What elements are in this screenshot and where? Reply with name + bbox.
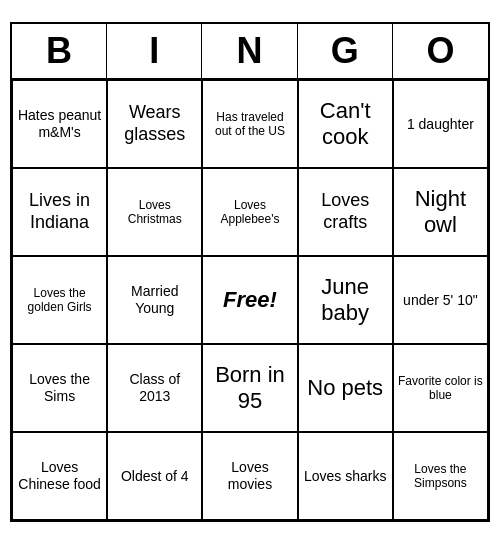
bingo-cell-15: Loves the Sims [12,344,107,432]
header-n: N [202,24,297,78]
bingo-cell-3: Can't cook [298,80,393,168]
header-o: O [393,24,488,78]
bingo-cell-23: Loves sharks [298,432,393,520]
bingo-cell-0: Hates peanut m&M's [12,80,107,168]
bingo-cell-22: Loves movies [202,432,297,520]
bingo-cell-10: Loves the golden Girls [12,256,107,344]
bingo-cell-6: Loves Christmas [107,168,202,256]
bingo-cell-18: No pets [298,344,393,432]
bingo-header: B I N G O [12,24,488,80]
bingo-cell-4: 1 daughter [393,80,488,168]
bingo-cell-1: Wears glasses [107,80,202,168]
bingo-cell-9: Night owl [393,168,488,256]
bingo-cell-2: Has traveled out of the US [202,80,297,168]
bingo-cell-7: Loves Applebee's [202,168,297,256]
bingo-cell-14: under 5' 10" [393,256,488,344]
bingo-grid: Hates peanut m&M'sWears glassesHas trave… [12,80,488,520]
bingo-cell-16: Class of 2013 [107,344,202,432]
bingo-cell-20: Loves Chinese food [12,432,107,520]
header-b: B [12,24,107,78]
bingo-cell-17: Born in 95 [202,344,297,432]
header-i: I [107,24,202,78]
bingo-cell-19: Favorite color is blue [393,344,488,432]
bingo-cell-24: Loves the Simpsons [393,432,488,520]
header-g: G [298,24,393,78]
bingo-cell-5: Lives in Indiana [12,168,107,256]
bingo-card: B I N G O Hates peanut m&M'sWears glasse… [10,22,490,522]
bingo-cell-11: Married Young [107,256,202,344]
bingo-cell-13: June baby [298,256,393,344]
bingo-cell-21: Oldest of 4 [107,432,202,520]
bingo-cell-12: Free! [202,256,297,344]
bingo-cell-8: Loves crafts [298,168,393,256]
